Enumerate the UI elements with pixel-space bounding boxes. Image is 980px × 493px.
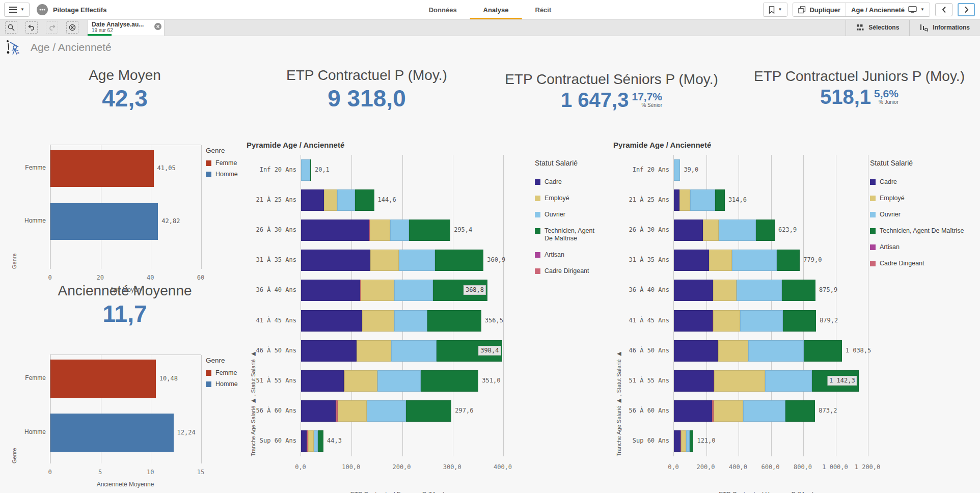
legend-item-technicien-agent-de-ma-trise[interactable]: Technicien, Agent De Maîtrise (870, 227, 979, 235)
legend-item-employ[interactable]: Employé (535, 195, 599, 202)
bar-segment-employ[interactable] (713, 280, 737, 301)
bar-segment-cadre[interactable] (674, 280, 713, 301)
tab-donnees[interactable]: Données (416, 0, 470, 19)
bar-segment-technicien-agent-de-ma-trise[interactable] (406, 400, 452, 422)
bar-segment-cadre[interactable] (301, 340, 357, 362)
next-sheet-button[interactable] (958, 3, 975, 16)
bar-segment-technicien-agent-de-ma-trise[interactable] (782, 280, 815, 301)
legend-item-ouvrier[interactable]: Ouvrier (870, 211, 979, 218)
bar-segment-ouvrier[interactable] (391, 340, 437, 362)
kpi-etp-contractuel[interactable]: ETP Contractuel P (Moy.) 9 318,0 (255, 67, 479, 112)
bar-homme[interactable] (50, 414, 174, 452)
informations-button[interactable]: Informations (909, 19, 980, 36)
bar-segment-technicien-agent-de-ma-trise[interactable] (318, 430, 323, 452)
bar-segment-employ[interactable] (703, 220, 718, 241)
age-moyen-bar-chart[interactable]: Genre 41,0542,82 Age Moyen GenreFemmeHom… (9, 141, 244, 288)
bar-segment-cadre[interactable] (301, 370, 344, 392)
clear-selections-button[interactable] (66, 21, 78, 34)
bookmarks-button[interactable]: ▼ (764, 3, 787, 16)
kpi-etp-seniors[interactable]: ETP Contractuel Séniors P (Moy.) 1 647,3… (488, 71, 735, 110)
bar-segment-technicien-agent-de-ma-trise[interactable] (310, 159, 311, 181)
bar-segment-ouvrier[interactable] (765, 370, 812, 392)
bar-segment-technicien-agent-de-ma-trise[interactable] (427, 310, 481, 332)
bar-segment-employ[interactable] (718, 340, 748, 362)
bar-segment-ouvrier[interactable] (367, 400, 406, 422)
selection-chip-close-icon[interactable] (154, 23, 161, 30)
bar-segment-ouvrier[interactable] (690, 189, 715, 211)
tab-analyse[interactable]: Analyse (470, 0, 522, 19)
bar-segment-ouvrier[interactable] (719, 220, 756, 241)
legend-item-cadre-dirigeant[interactable]: Cadre Dirigeant (535, 267, 599, 275)
pyramide-femmes-chart[interactable]: Pyramide Age / Ancienneté Tranche Age Sa… (244, 139, 601, 493)
pyramide-hommes-chart[interactable]: Pyramide Age / Ancienneté Tranche Age Sa… (611, 139, 980, 493)
bar-segment-cadre[interactable] (674, 430, 680, 452)
bar-segment-employ[interactable] (370, 250, 399, 271)
bar-segment-employ[interactable] (679, 189, 690, 211)
selection-chip-date-analyse[interactable]: Date Analyse.au... 19 sur 62 (88, 19, 164, 36)
duplicate-button[interactable]: Dupliquer (793, 3, 846, 16)
bar-segment-employ[interactable] (714, 370, 765, 392)
bar-segment-technicien-agent-de-ma-trise[interactable] (756, 220, 775, 241)
bar-segment-ouvrier[interactable] (377, 370, 420, 392)
bar-homme[interactable] (50, 203, 158, 240)
step-back-button[interactable] (25, 21, 38, 34)
bar-femme[interactable] (50, 360, 156, 398)
bar-segment-technicien-agent-de-ma-trise[interactable] (777, 250, 800, 271)
bar-segment-employ[interactable] (338, 400, 367, 422)
bar-segment-employ[interactable] (361, 280, 394, 301)
bar-segment-ouvrier[interactable] (748, 340, 803, 362)
bar-segment-technicien-agent-de-ma-trise[interactable] (690, 430, 694, 452)
legend-item-artisan[interactable]: Artisan (870, 243, 979, 251)
bar-segment-cadre[interactable] (674, 189, 679, 211)
bar-segment-cadre[interactable] (301, 189, 324, 211)
bar-segment-cadre[interactable] (301, 400, 336, 422)
legend-item-cadre[interactable]: Cadre (535, 178, 599, 186)
bar-segment-employ[interactable] (370, 220, 390, 241)
bar-segment-employ[interactable] (709, 250, 732, 271)
previous-sheet-button[interactable] (935, 3, 952, 16)
bar-segment-cadre[interactable] (301, 280, 360, 301)
bar-segment-ouvrier[interactable] (337, 189, 356, 211)
bar-segment-employ[interactable] (362, 310, 394, 332)
bar-segment-ouvrier[interactable] (737, 280, 782, 301)
bar-segment-technicien-agent-de-ma-trise[interactable] (409, 220, 450, 241)
bar-segment-technicien-agent-de-ma-trise[interactable] (783, 310, 816, 332)
bar-segment-cadre[interactable] (674, 250, 709, 271)
bar-segment-cadre[interactable] (301, 310, 362, 332)
smart-search-button[interactable] (5, 21, 17, 34)
bar-segment-employ[interactable] (713, 310, 740, 332)
bar-segment-ouvrier[interactable] (732, 250, 777, 271)
bar-segment-technicien-agent-de-ma-trise[interactable] (715, 189, 724, 211)
step-forward-button[interactable] (46, 21, 58, 34)
bar-segment-cadre[interactable] (674, 400, 712, 422)
bar-segment-technicien-agent-de-ma-trise[interactable] (785, 400, 815, 422)
bar-segment-cadre[interactable] (301, 220, 369, 241)
selections-tool-button[interactable]: Sélections (846, 19, 909, 36)
legend-item-cadre[interactable]: Cadre (870, 178, 979, 186)
bar-segment-ouvrier[interactable] (301, 159, 310, 181)
bar-segment-ouvrier[interactable] (740, 310, 783, 332)
app-options-icon[interactable] (37, 4, 48, 15)
bar-femme[interactable] (50, 150, 154, 187)
bar-segment-ouvrier[interactable] (394, 310, 427, 332)
legend-item-cadre-dirigeant[interactable]: Cadre Dirigeant (870, 260, 979, 267)
bar-segment-technicien-agent-de-ma-trise[interactable] (355, 189, 374, 211)
bar-segment-technicien-agent-de-ma-trise[interactable] (804, 340, 842, 362)
kpi-age-moyen[interactable]: Age Moyen 42,3 (23, 67, 227, 112)
legend-item-femme[interactable]: Femme (206, 369, 244, 377)
bar-segment-ouvrier[interactable] (390, 220, 409, 241)
legend-item-ouvrier[interactable]: Ouvrier (535, 211, 599, 218)
bar-segment-ouvrier[interactable] (314, 430, 318, 452)
bar-segment-ouvrier[interactable] (399, 250, 435, 271)
bar-segment-technicien-agent-de-ma-trise[interactable] (435, 250, 483, 271)
bar-segment-employ[interactable] (344, 370, 377, 392)
sheet-selector[interactable]: Age / Ancienneté ▼ (846, 3, 930, 16)
bar-segment-employ[interactable] (714, 400, 743, 422)
tab-recit[interactable]: Récit (522, 0, 564, 19)
bar-segment-employ[interactable] (308, 430, 314, 452)
bar-segment-cadre[interactable] (301, 250, 370, 271)
bar-segment-ouvrier[interactable] (674, 159, 680, 181)
bar-segment-cadre[interactable] (301, 430, 307, 452)
bar-segment-employ[interactable] (357, 340, 391, 362)
anciennete-bar-chart[interactable]: Genre 10,4812,24 Ancienneté Moyenne Genr… (9, 350, 244, 493)
